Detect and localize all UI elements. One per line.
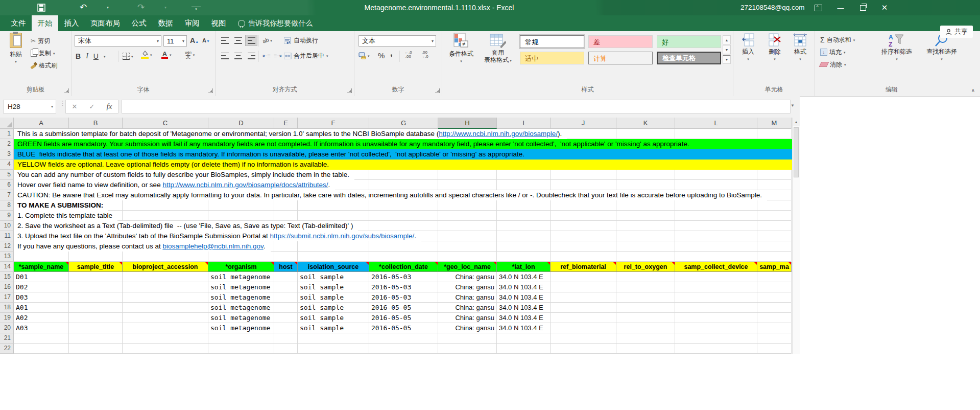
row-header-19[interactable]: 19: [0, 313, 14, 323]
cell-A14[interactable]: *sample_name: [14, 262, 69, 272]
cell-M17[interactable]: [757, 292, 792, 303]
cell-B16[interactable]: [69, 282, 123, 292]
cell-A16[interactable]: D02: [14, 282, 69, 292]
cell-J6[interactable]: [551, 180, 616, 190]
cell-I8[interactable]: [497, 200, 551, 211]
cell-J21[interactable]: [551, 333, 616, 344]
cell-A15[interactable]: D01: [14, 272, 69, 282]
row-header-7[interactable]: 7: [0, 190, 14, 200]
cell-D13[interactable]: [208, 252, 274, 262]
cell-K14[interactable]: rel_to_oxygen: [616, 262, 675, 272]
cell-D8[interactable]: [208, 200, 274, 211]
row-header-4[interactable]: 4: [0, 160, 14, 170]
bold-button[interactable]: B: [76, 52, 81, 60]
save-button[interactable]: [35, 0, 48, 15]
cell-D16[interactable]: soil metagenome: [208, 282, 274, 292]
cell-H14[interactable]: *geo_loc_name: [438, 262, 497, 272]
cell-K16[interactable]: [616, 282, 675, 292]
cell-C18[interactable]: [123, 303, 208, 313]
cell-E14[interactable]: host: [274, 262, 298, 272]
font-name-combo[interactable]: 宋体▾: [75, 35, 161, 47]
cell-K17[interactable]: [616, 292, 675, 303]
cell-C15[interactable]: [123, 272, 208, 282]
italic-button[interactable]: I: [86, 52, 88, 60]
cancel-icon[interactable]: ✕: [72, 103, 78, 110]
cell-L13[interactable]: [675, 252, 757, 262]
row-header-9[interactable]: 9: [0, 211, 14, 221]
formula-input[interactable]: [122, 100, 791, 113]
minimize-button[interactable]: —: [830, 0, 851, 15]
cell-B14[interactable]: sample_title: [69, 262, 123, 272]
cell-E18[interactable]: [274, 303, 298, 313]
cell-G21[interactable]: [369, 333, 438, 344]
sort-filter-button[interactable]: A Z 排序和筛选 ▾: [875, 33, 918, 63]
cell-J8[interactable]: [551, 200, 616, 211]
cell-G18[interactable]: 2016-05-05: [369, 303, 438, 313]
cell-I20[interactable]: 34.0 N 103.4 E: [497, 323, 551, 333]
cell-J22[interactable]: [551, 344, 616, 354]
tell-me-box[interactable]: 告诉我你想要做什么: [238, 15, 313, 31]
cell-I18[interactable]: 34.0 N 103.4 E: [497, 303, 551, 313]
cell-K20[interactable]: [616, 323, 675, 333]
cell-G5[interactable]: [369, 170, 438, 180]
hyperlink[interactable]: biosamplehelp@ncbi.nlm.nih.gov: [162, 242, 263, 250]
align-top-button[interactable]: [219, 35, 231, 46]
cell-H21[interactable]: [438, 333, 497, 344]
cell-J12[interactable]: [551, 241, 616, 252]
cell-M18[interactable]: [757, 303, 792, 313]
share-button[interactable]: 共享: [940, 26, 973, 38]
cell-A13[interactable]: [14, 252, 69, 262]
cell-D14[interactable]: *organism: [208, 262, 274, 272]
styles-gallery-up-button[interactable]: ▲: [723, 35, 731, 44]
name-box[interactable]: H28 ▾: [3, 100, 56, 113]
cell-C21[interactable]: [123, 333, 208, 344]
cell-B22[interactable]: [69, 344, 123, 354]
cut-button[interactable]: ✂ 剪切: [31, 36, 50, 46]
cell-D22[interactable]: [208, 344, 274, 354]
cell-M9[interactable]: [757, 211, 792, 221]
row-header-22[interactable]: 22: [0, 344, 14, 354]
cell-style-neutral[interactable]: 适中: [520, 52, 584, 64]
cell-M5[interactable]: [757, 170, 792, 180]
row-header-3[interactable]: 3: [0, 149, 14, 160]
alignment-dialog-launcher[interactable]: [347, 88, 352, 93]
column-header-E[interactable]: E: [274, 118, 298, 129]
row-header-2[interactable]: 2: [0, 139, 14, 149]
cell-J14[interactable]: ref_biomaterial: [551, 262, 616, 272]
clipboard-dialog-launcher[interactable]: [64, 88, 69, 93]
row-header-18[interactable]: 18: [0, 303, 14, 313]
cell-D20[interactable]: soil metagenome: [208, 323, 274, 333]
format-cells-button[interactable]: 格式 ▾: [788, 33, 812, 63]
cell-J17[interactable]: [551, 292, 616, 303]
percent-style-button[interactable]: %: [378, 50, 385, 60]
cell-K18[interactable]: [616, 303, 675, 313]
cell-M6[interactable]: [757, 180, 792, 190]
underline-dropdown[interactable]: ▾: [104, 55, 106, 59]
row-header-6[interactable]: 6: [0, 180, 14, 190]
cell-K19[interactable]: [616, 313, 675, 323]
cell-L8[interactable]: [675, 200, 757, 211]
cell-D21[interactable]: [208, 333, 274, 344]
scroll-up-button[interactable]: ▲: [793, 118, 800, 126]
align-right-button[interactable]: [245, 50, 257, 61]
column-header-D[interactable]: D: [208, 118, 274, 129]
cell-B21[interactable]: [69, 333, 123, 344]
cell-C8[interactable]: [123, 200, 208, 211]
enter-icon[interactable]: ✓: [89, 103, 95, 110]
underline-button[interactable]: U: [93, 52, 99, 60]
cell-I19[interactable]: 34.0 N 103.4 E: [497, 313, 551, 323]
cell-I21[interactable]: [497, 333, 551, 344]
name-box-dropdown[interactable]: ▾: [51, 104, 56, 109]
cell-G15[interactable]: 2016-05-03: [369, 272, 438, 282]
column-header-I[interactable]: I: [497, 118, 551, 129]
cell-J16[interactable]: [551, 282, 616, 292]
styles-gallery-down-button[interactable]: ▼: [723, 45, 731, 54]
borders-button[interactable]: ▾: [123, 51, 133, 61]
tab-review[interactable]: 审阅: [179, 15, 205, 31]
cell-M14[interactable]: samp_ma: [757, 262, 792, 272]
cell-L12[interactable]: [675, 241, 757, 252]
cell-E20[interactable]: [274, 323, 298, 333]
decrease-indent-button[interactable]: ⇤≡: [262, 53, 271, 59]
cell-J9[interactable]: [551, 211, 616, 221]
row-header-1[interactable]: 1: [0, 129, 14, 139]
